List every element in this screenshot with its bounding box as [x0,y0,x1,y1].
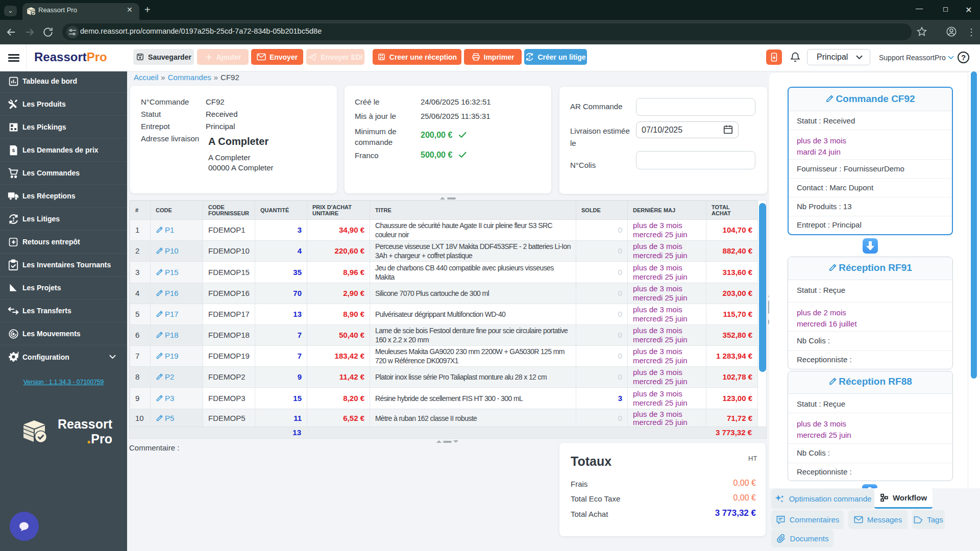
svg-text:$: $ [12,147,15,153]
